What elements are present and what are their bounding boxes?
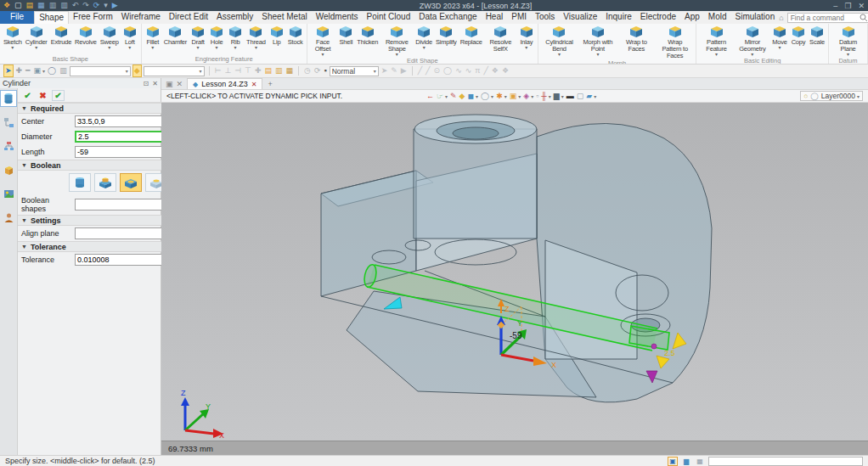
ribbon-resolve-selfx-button[interactable]: Resolve SelfX: [484, 25, 517, 53]
window-restore-icon[interactable]: ❐: [844, 2, 851, 10]
history-manager-tab[interactable]: [0, 138, 17, 154]
ribbon-pattern-feature-button[interactable]: Pattern Feature▾: [698, 25, 734, 57]
layer-combo[interactable]: ○ ◯ Layer0000 ▾: [800, 91, 863, 101]
window-minimize-icon[interactable]: –: [833, 2, 837, 10]
file-menu-button[interactable]: File: [0, 11, 34, 24]
menu-tab-free-form[interactable]: Free Form: [69, 11, 117, 24]
style-mode-combo[interactable]: Normal▾: [330, 66, 379, 76]
align-right-icon[interactable]: ⊣: [234, 65, 242, 76]
line-icon[interactable]: ╱: [417, 65, 423, 76]
ribbon-divide-button[interactable]: Divide▾: [414, 25, 434, 50]
pattern-flower-icon[interactable]: ❖: [491, 65, 499, 76]
ribbon-rib-button[interactable]: Rib▾: [226, 25, 245, 50]
circle-point-icon[interactable]: ⊙: [433, 65, 442, 76]
open-file-icon[interactable]: ▤: [26, 1, 34, 10]
role-manager-tab[interactable]: [0, 209, 17, 226]
regen-icon[interactable]: ⟳: [93, 1, 100, 10]
align-top-icon[interactable]: ⊤: [244, 65, 252, 76]
cylinder-manager-tab[interactable]: [0, 90, 17, 107]
folder-icon[interactable]: ▤: [263, 65, 273, 76]
base-boolean-button[interactable]: [69, 173, 91, 192]
document-tab[interactable]: ◆ Lesson 24.Z3 ✕: [187, 78, 262, 89]
ribbon-cylinder-button[interactable]: Cylinder▾: [24, 25, 49, 50]
pencil-icon[interactable]: ✎: [390, 65, 398, 76]
ribbon-loft-button[interactable]: Loft▾: [121, 25, 139, 50]
visual-manager-tab[interactable]: [0, 161, 17, 178]
pick-small-icon[interactable]: ➤: [380, 65, 389, 76]
snap-icon[interactable]: ✚: [254, 65, 262, 76]
panel-float-icon[interactable]: ⊡: [144, 80, 149, 87]
segment-icon[interactable]: ╱: [482, 65, 488, 76]
ribbon-hole-button[interactable]: Hole▾: [207, 25, 226, 50]
menu-tab-app[interactable]: App: [680, 11, 704, 24]
display-screen-icon[interactable]: ▪: [323, 65, 327, 76]
circle-icon[interactable]: ◯: [442, 65, 453, 76]
filter-icon[interactable]: ◆: [132, 65, 142, 77]
ribbon-lip-button[interactable]: Lip: [268, 25, 286, 46]
menu-tab-tools[interactable]: Tools: [531, 11, 559, 24]
graphics-area[interactable]: Z Y X -59 2.5: [161, 103, 868, 441]
export-icon[interactable]: ▥: [274, 65, 284, 76]
assembly-manager-tab[interactable]: [0, 114, 17, 131]
apply-button[interactable]: ✔: [52, 90, 65, 101]
frame-add-icon[interactable]: ▣: [33, 65, 42, 76]
plane-display-icon[interactable]: ▢: [577, 91, 584, 101]
zoom-minus-icon[interactable]: ━: [25, 65, 31, 76]
menu-tab-electrode[interactable]: Electrode: [636, 11, 680, 24]
column-display-icon[interactable]: ▥: [59, 65, 68, 76]
customize-caret-icon[interactable]: ▾: [104, 1, 108, 10]
cancel-button[interactable]: ✖: [37, 90, 49, 101]
play-icon[interactable]: ▶: [112, 1, 118, 10]
home-icon[interactable]: ⌂: [779, 13, 783, 23]
attribute-combo[interactable]: ▾: [144, 66, 205, 76]
spline-icon[interactable]: ∿: [465, 65, 473, 76]
menu-tab-shape[interactable]: Shape: [34, 11, 69, 24]
import-icon[interactable]: ▦: [285, 65, 295, 76]
background-icon[interactable]: ▣: [510, 91, 517, 101]
menu-tab-visualize[interactable]: Visualize: [559, 11, 601, 24]
pattern-flower2-icon[interactable]: ❖: [501, 65, 510, 76]
ribbon-thicken-button[interactable]: Thicken: [355, 25, 380, 46]
profile-combo[interactable]: ▾: [70, 66, 131, 76]
tab-close-all-icon[interactable]: ✕: [177, 80, 183, 88]
dynamic-input-icon[interactable]: ▣: [668, 457, 678, 466]
redo-icon[interactable]: ↷: [82, 1, 89, 10]
paint-face-icon[interactable]: ✎: [450, 91, 457, 101]
select-arrow-icon[interactable]: ➤: [3, 65, 14, 77]
align-center-icon[interactable]: ⊥: [223, 65, 232, 76]
add-boolean-button[interactable]: [94, 173, 116, 192]
regen-part-icon[interactable]: ⟳: [313, 65, 322, 76]
menu-tab-simulation[interactable]: Simulation: [731, 11, 780, 24]
menu-tab-data-exchange[interactable]: Data Exchange: [414, 11, 481, 24]
display-mode-icon[interactable]: ◼: [468, 91, 474, 101]
command-search[interactable]: [787, 13, 868, 23]
grid-snap-icon[interactable]: ▦: [695, 457, 705, 466]
menu-tab-sheet-metal[interactable]: Sheet Metal: [257, 11, 311, 24]
menu-tab-mold[interactable]: Mold: [704, 11, 731, 24]
ribbon-inlay-button[interactable]: Inlay▾: [517, 25, 536, 50]
align-left-icon[interactable]: ⊢: [214, 65, 223, 76]
undo-icon[interactable]: ↶: [72, 1, 79, 10]
menu-tab-point-cloud[interactable]: Point Cloud: [363, 11, 415, 24]
polyline-icon[interactable]: ╱: [425, 65, 431, 76]
menu-tab-inquire[interactable]: Inquire: [601, 11, 636, 24]
tab-float-icon[interactable]: ▣: [166, 80, 173, 88]
ribbon-stock-button[interactable]: Stock: [286, 25, 305, 46]
align-view-icon[interactable]: ╫: [541, 91, 546, 101]
arc-icon[interactable]: ∿: [454, 65, 463, 76]
plot-icon[interactable]: ▥: [60, 1, 68, 10]
history-icon[interactable]: ◷: [303, 65, 312, 76]
new-file-icon[interactable]: ▢: [14, 1, 22, 10]
pan-plus-icon[interactable]: ✚: [15, 65, 24, 76]
window-icon[interactable]: ▫: [536, 91, 538, 101]
ribbon-cylindrical-bend-button[interactable]: Cylindrical Bend▾: [540, 25, 578, 57]
rotate-circle-icon[interactable]: ◯: [47, 65, 57, 76]
shade-mode-icon[interactable]: ◆: [459, 91, 465, 101]
menu-tab-direct-edit[interactable]: Direct Edit: [165, 11, 212, 24]
ok-button[interactable]: ✔: [21, 90, 34, 101]
menu-tab-wireframe[interactable]: Wireframe: [117, 11, 165, 24]
ribbon-mirror-geometry-button[interactable]: Mirror Geometry▾: [735, 25, 770, 57]
remove-boolean-button[interactable]: [120, 173, 142, 192]
ribbon-fillet-button[interactable]: Fillet▾: [144, 25, 162, 50]
ribbon-morph-with-point-button[interactable]: Morph with Point▾: [578, 25, 617, 57]
